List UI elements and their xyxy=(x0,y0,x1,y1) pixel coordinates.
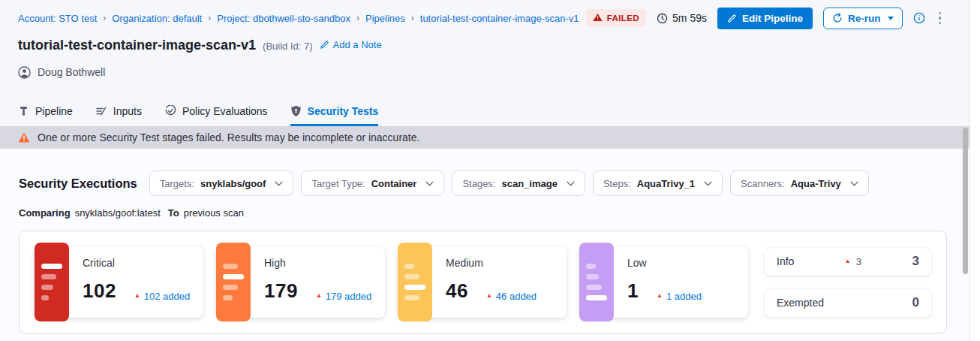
breadcrumb-separator: › xyxy=(208,13,211,23)
severity-delta-label: 46 added xyxy=(496,291,537,302)
filter-label: Target Type: xyxy=(311,178,365,189)
filter-label: Targets: xyxy=(160,178,194,189)
summary-name: Exempted xyxy=(777,297,824,309)
filter-steps[interactable]: Steps: AquaTrivy_1 xyxy=(593,170,723,196)
security-tests-content: Security Executions Targets: snyklabs/go… xyxy=(0,149,969,341)
refresh-icon xyxy=(832,13,843,23)
triangle-up-icon: ▲ xyxy=(657,293,663,299)
summary-count: 0 xyxy=(912,295,919,310)
edit-pipeline-label: Edit Pipeline xyxy=(742,13,803,24)
clock-icon xyxy=(657,13,668,24)
severity-name: Critical xyxy=(83,257,193,269)
triangle-up-icon: ▲ xyxy=(134,293,140,299)
chevron-down-icon xyxy=(425,181,434,186)
filter-targets[interactable]: Targets: snyklabs/goof xyxy=(149,170,294,196)
tab-pipeline[interactable]: Pipeline xyxy=(18,96,73,126)
breadcrumb-project[interactable]: Project: dbothwell-sto-sandbox xyxy=(217,13,350,24)
vertical-scrollbar[interactable] xyxy=(963,128,968,274)
pencil-icon xyxy=(320,40,329,50)
chevron-down-icon xyxy=(850,181,858,186)
severity-bars-icon xyxy=(398,243,432,321)
severity-delta-label: 102 added xyxy=(144,291,190,302)
severity-name: High xyxy=(264,257,374,269)
duration-value: 5m 59s xyxy=(672,12,707,24)
rerun-button[interactable]: Re-run xyxy=(823,8,903,29)
user-avatar-icon xyxy=(18,66,31,79)
summary-delta-value: 3 xyxy=(856,256,861,267)
status-badge: FAILED xyxy=(586,9,646,27)
filter-label: Stages: xyxy=(462,178,495,189)
severity-name: Low xyxy=(627,257,738,269)
severity-count: 179 xyxy=(264,279,298,303)
severity-card-critical[interactable]: Critical 102 ▲ 102 added xyxy=(35,246,203,318)
warning-banner-message: One or more Security Test stages failed.… xyxy=(38,131,419,143)
header: Account: STO test › Organization: defaul… xyxy=(0,0,969,96)
comparing-target: snyklabs/goof:latest xyxy=(75,207,161,219)
severity-count: 46 xyxy=(446,279,468,303)
filter-pills: Targets: snyklabs/goof Target Type: Cont… xyxy=(149,170,869,196)
tab-security-tests[interactable]: Security Tests xyxy=(290,96,379,126)
breadcrumb-organization[interactable]: Organization: default xyxy=(112,13,202,24)
severity-delta-label: 1 added xyxy=(666,291,702,302)
page-title: tutorial-test-container-image-scan-v1 xyxy=(18,38,256,53)
filter-value: AquaTrivy_1 xyxy=(637,178,695,189)
tab-bar: Pipeline Inputs Policy Evaluations Secur… xyxy=(0,96,969,126)
tab-inputs-label: Inputs xyxy=(113,105,142,117)
filter-value: Aqua-Trivy xyxy=(791,178,841,189)
severity-card-medium[interactable]: Medium 46 ▲ 46 added xyxy=(398,246,567,318)
add-note-link[interactable]: Add a Note xyxy=(320,39,382,50)
severity-count: 102 xyxy=(83,279,116,303)
shield-icon xyxy=(290,105,302,117)
filter-scanners[interactable]: Scanners: Aqua-Trivy xyxy=(730,170,869,196)
more-options-menu-icon[interactable] xyxy=(936,9,945,28)
summary-column: Info ▲ 3 3 Exempted 0 xyxy=(765,248,931,317)
severity-delta: ▲ 102 added xyxy=(134,291,190,302)
severity-card-low[interactable]: Low 1 ▲ 1 added xyxy=(579,246,748,318)
triangle-up-icon: ▲ xyxy=(845,258,851,264)
severity-card-high[interactable]: High 179 ▲ 179 added xyxy=(216,246,385,318)
breadcrumb-account[interactable]: Account: STO test xyxy=(18,13,97,24)
breadcrumb-separator: › xyxy=(411,13,414,23)
filter-value: scan_image xyxy=(501,178,557,189)
severity-count: 1 xyxy=(627,279,639,303)
info-icon[interactable] xyxy=(913,12,925,24)
edit-pipeline-button[interactable]: Edit Pipeline xyxy=(717,8,813,29)
breadcrumb: Account: STO test › Organization: defaul… xyxy=(18,13,579,24)
filter-target-type[interactable]: Target Type: Container xyxy=(301,170,444,196)
comparing-label: Comparing xyxy=(19,207,71,219)
pipeline-icon xyxy=(18,105,29,116)
policy-check-icon xyxy=(164,105,176,117)
summary-card-info[interactable]: Info ▲ 3 3 xyxy=(765,248,931,276)
comparing-baseline: previous scan xyxy=(184,207,244,219)
warning-banner: One or more Security Test stages failed.… xyxy=(0,126,969,149)
filter-label: Steps: xyxy=(603,178,631,189)
comparing-line: Comparing snyklabs/goof:latest To previo… xyxy=(19,207,947,219)
tab-inputs[interactable]: Inputs xyxy=(95,96,142,126)
summary-card-exempted[interactable]: Exempted 0 xyxy=(765,289,931,317)
severity-summary-panel: Critical 102 ▲ 102 added High 179 ▲ 179 xyxy=(19,231,947,333)
tab-security-tests-label: Security Tests xyxy=(308,105,379,117)
severity-bars-icon xyxy=(35,243,69,321)
duration: 5m 59s xyxy=(657,12,707,24)
breadcrumb-separator: › xyxy=(103,13,106,23)
severity-delta: ▲ 46 added xyxy=(486,291,537,302)
summary-count: 3 xyxy=(912,254,919,269)
warning-triangle-icon xyxy=(18,132,30,143)
filter-stages[interactable]: Stages: scan_image xyxy=(452,170,585,196)
user-name: Doug Bothwell xyxy=(38,66,105,78)
add-note-label: Add a Note xyxy=(333,39,382,50)
filter-value: Container xyxy=(371,178,417,189)
severity-delta: ▲ 1 added xyxy=(657,291,702,302)
summary-delta: ▲ 3 xyxy=(845,256,861,267)
tab-pipeline-label: Pipeline xyxy=(35,105,73,117)
severity-delta: ▲ 179 added xyxy=(316,291,371,302)
page: Account: STO test › Organization: defaul… xyxy=(0,0,969,341)
tab-policy-evaluations-label: Policy Evaluations xyxy=(182,105,268,117)
pencil-icon xyxy=(727,14,737,23)
breadcrumb-pipelines[interactable]: Pipelines xyxy=(365,13,405,24)
breadcrumb-current-pipeline[interactable]: tutorial-test-container-image-scan-v1 xyxy=(420,13,579,24)
status-badge-label: FAILED xyxy=(607,14,639,23)
build-id: (Build Id: 7) xyxy=(263,41,312,52)
rerun-label: Re-run xyxy=(848,13,881,24)
tab-policy-evaluations[interactable]: Policy Evaluations xyxy=(164,96,268,126)
